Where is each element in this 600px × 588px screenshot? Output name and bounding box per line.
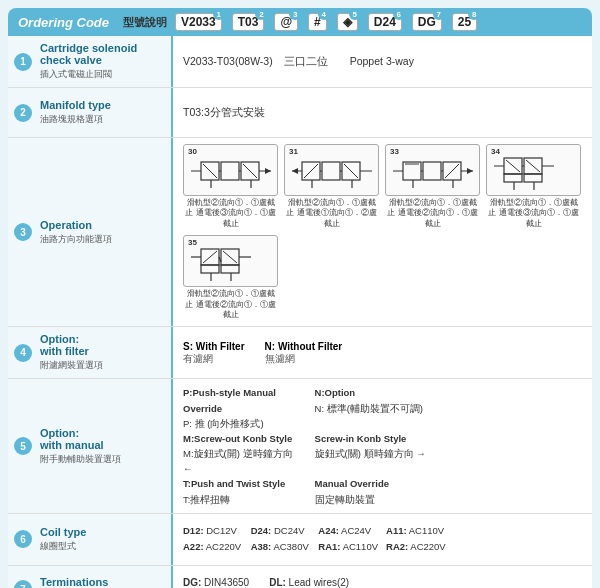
row-6-title-zh: 線圈型式: [40, 540, 163, 553]
ordering-code-title: Ordering Code: [18, 15, 109, 30]
svg-marker-11: [265, 168, 271, 174]
row-2: 2 Manifold type 油路塊規格選項 T03:3分管式安裝: [8, 88, 592, 138]
term-dg: DG: DIN43650 插頭式: [183, 577, 249, 588]
svg-rect-37: [504, 174, 522, 182]
manual-grid: P:Push-style Manual Override P: 推 (向外推移式…: [183, 385, 436, 507]
row-7: 7 Terminations 接線方式 DG: DIN43650 插頭式 DL:…: [8, 566, 592, 588]
filter-n-code: N: Without Filter: [265, 341, 343, 352]
row-5-left: 5 Option:with manual 附手動輔助裝置選項: [8, 379, 173, 513]
term-dl-label: DL: Lead wires(2): [269, 577, 349, 588]
manual-row-2: M:Screw-out Konb Style M:旋鈕式(開) 逆時鐘方向 ← …: [183, 431, 436, 477]
header-segment-3: @3: [274, 13, 298, 31]
manual-col-m: M:Screw-out Konb Style M:旋鈕式(開) 逆時鐘方向 ←: [183, 431, 305, 477]
row-7-right: DG: DIN43650 插頭式 DL: Lead wires(2) 出線2條式: [173, 566, 592, 588]
coil-ra1: RA1: AC110V: [318, 540, 378, 554]
row-5-right: P:Push-style Manual Override P: 推 (向外推移式…: [173, 379, 592, 513]
outer-container: Ordering Code 型號說明 V20331T032@3#4◈5D246D…: [0, 0, 600, 588]
manual-row-1: P:Push-style Manual Override P: 推 (向外推移式…: [183, 385, 436, 431]
manual-mo-sub: 固定轉助裝置: [315, 494, 375, 505]
row-2-left: 2 Manifold type 油路塊規格選項: [8, 88, 173, 137]
svg-line-9: [203, 164, 217, 178]
manual-col-n: N:Option N: 標準(輔助裝置不可調): [315, 385, 437, 431]
coil-d12: D12: DC12V: [183, 524, 243, 538]
row-number-2: 2: [14, 104, 32, 122]
svg-rect-50: [221, 265, 239, 273]
svg-rect-1: [221, 162, 239, 180]
row-1-content: V2033-T03(08W-3) 三口二位 Poppet 3-way: [183, 54, 414, 70]
row-3-left: 3 Operation 油路方向功能選項: [8, 138, 173, 326]
row-number-1: 1: [14, 53, 32, 71]
manual-si-sub: 旋鈕式(關) 順時鐘方向 →: [315, 448, 426, 459]
row-5-title-en: Option:with manual: [40, 427, 163, 451]
diagram-label-3: 滑軌型②流向①．①盧截止 通電後③流向①．①盧截止: [486, 198, 581, 229]
filter-s-desc: 有濾網: [183, 353, 213, 364]
coil-grid: D12: DC12V D24: DC24V A24: AC24V A11: AC…: [183, 524, 446, 555]
main-content: 1 Cartridge solenoidcheck valve 插入式電磁止回閥…: [8, 36, 592, 588]
svg-line-46: [526, 160, 540, 172]
coil-a24: A24: AC24V: [318, 524, 378, 538]
term-grid: DG: DIN43650 插頭式 DL: Lead wires(2) 出線2條式: [183, 577, 349, 588]
row-4-title-zh: 附濾網裝置選項: [40, 359, 163, 372]
row-1-title-en: Cartridge solenoidcheck valve: [40, 42, 163, 66]
row-number-5: 5: [14, 437, 32, 455]
row-6: 6 Coil type 線圈型式 D12: DC12V D24: DC24V A…: [8, 514, 592, 566]
diagram-item-1: 31 滑軌型②流向①．①盧截止 通電後①流向①．②盧截止: [284, 144, 379, 229]
row-1: 1 Cartridge solenoidcheck valve 插入式電磁止回閥…: [8, 36, 592, 88]
svg-line-56: [203, 251, 217, 263]
diagram-item-0: 30 滑軌型②流向①．①盧截止 通電後③流向①．①盧截止: [183, 144, 278, 229]
row-number-7: 7: [14, 580, 32, 588]
manual-p-code: P:Push-style Manual Override: [183, 387, 276, 413]
row-6-right: D12: DC12V D24: DC24V A24: AC24V A11: AC…: [173, 514, 592, 565]
svg-rect-48: [201, 265, 219, 273]
row-number-4: 4: [14, 344, 32, 362]
row-7-left: 7 Terminations 接線方式: [8, 566, 173, 588]
manual-col-si: Screw-in Konb Style 旋鈕式(關) 順時鐘方向 →: [315, 431, 437, 477]
coil-a22: A22: AC220V: [183, 540, 243, 554]
diagram-item-2: 33 滑軌型②流向①．①盧截止 通電後②流向①．①盧截止: [385, 144, 480, 229]
manual-col-p: P:Push-style Manual Override P: 推 (向外推移式…: [183, 385, 305, 431]
svg-line-34: [445, 164, 459, 178]
manual-m-sub: M:旋鈕式(開) 逆時鐘方向 ←: [183, 448, 293, 474]
svg-line-45: [506, 160, 520, 172]
header-bar: Ordering Code 型號說明 V20331T032@3#4◈5D246D…: [8, 8, 592, 36]
svg-line-21: [304, 164, 318, 178]
manual-row-3: T:Push and Twist Style T:推桿扭轉 Manual Ove…: [183, 476, 436, 506]
filter-s-code: S: With Filter: [183, 341, 245, 352]
manual-col-mo: Manual Override 固定轉助裝置: [315, 476, 437, 506]
filter-options: S: With Filter 有濾網 N: Without Filter 無濾網: [183, 340, 342, 366]
svg-line-10: [243, 164, 257, 178]
manual-m-code: M:Screw-out Konb Style: [183, 433, 292, 444]
row-2-content: T03:3分管式安裝: [183, 105, 265, 121]
manual-si-code: Screw-in Konb Style: [315, 433, 407, 444]
row-number-6: 6: [14, 530, 32, 548]
row-4-title-en: Option:with filter: [40, 333, 163, 357]
row-1-right: V2033-T03(08W-3) 三口二位 Poppet 3-way: [173, 36, 592, 87]
diagram-label-2: 滑軌型②流向①．①盧截止 通電後②流向①．①盧截止: [385, 198, 480, 229]
header-segment-8: 258: [452, 13, 477, 31]
manual-p-sub: P: 推 (向外推移式): [183, 418, 264, 429]
coil-a11: A11: AC110V: [386, 524, 446, 538]
header-label: 型號說明: [123, 15, 167, 30]
diagram-label-0: 滑軌型②流向①．①盧截止 通電後③流向①．①盧截止: [183, 198, 278, 229]
row-3-title-en: Operation: [40, 219, 163, 231]
coil-ra2: RA2: AC220V: [386, 540, 446, 554]
row-1-left: 1 Cartridge solenoidcheck valve 插入式電磁止回閥: [8, 36, 173, 87]
header-segment-1: V20331: [175, 13, 222, 31]
header-segment-4: #4: [308, 13, 327, 31]
manual-t-code: T:Push and Twist Style: [183, 478, 285, 489]
diagram-label-1: 滑軌型②流向①．①盧截止 通電後①流向①．②盧截止: [284, 198, 379, 229]
header-segment-6: D246: [368, 13, 402, 31]
row-5: 5 Option:with manual 附手動輔助裝置選項 P:Push-st…: [8, 379, 592, 514]
diagram-item-4: 35 滑軌型②流向①．①盧截止 通電後②流向①．①盧截止: [183, 235, 278, 320]
svg-line-57: [223, 251, 237, 263]
svg-line-22: [344, 164, 358, 178]
row-3-right: 30 滑軌型②流向①．①盧截止 通電後③流向①．①盧截止31 滑軌型②流向①．①…: [173, 138, 592, 326]
row-6-left: 6 Coil type 線圈型式: [8, 514, 173, 565]
manual-t-sub: T:推桿扭轉: [183, 494, 230, 505]
svg-rect-39: [524, 174, 542, 182]
manual-mo-code: Manual Override: [315, 478, 389, 489]
term-dl: DL: Lead wires(2) 出線2條式: [269, 577, 349, 588]
row-6-title-en: Coil type: [40, 526, 163, 538]
header-segments: V20331T032@3#4◈5D246DG7258: [175, 13, 483, 31]
row-1-title-zh: 插入式電磁止回閥: [40, 68, 163, 81]
